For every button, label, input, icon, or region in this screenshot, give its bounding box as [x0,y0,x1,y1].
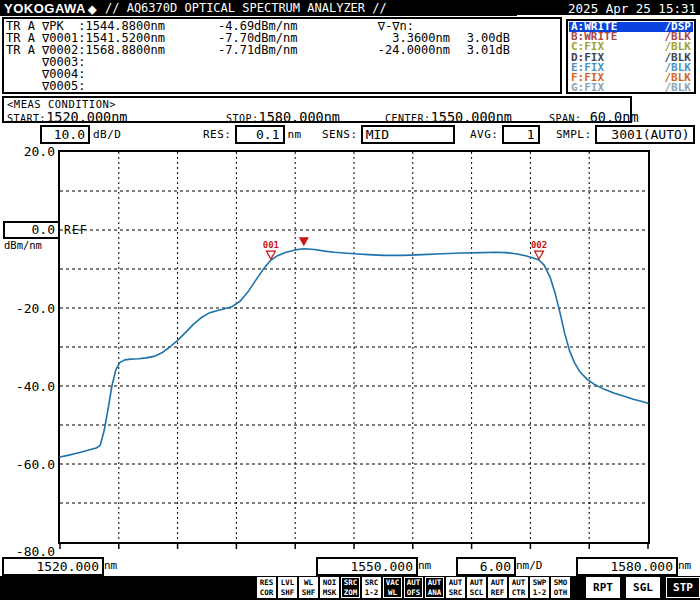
soft-key-label: LVL [281,578,295,587]
trace-status-row-G[interactable]: G:FIX/BLK [569,83,693,93]
soft-key-label: CTR [512,588,526,597]
meas-condition-fields: START:1520.000nm STOP:1580.000nm CENTER:… [4,109,630,123]
x-center-field[interactable]: 1550.000 [316,557,418,576]
soft-key-label: RES [260,578,274,587]
sens-field[interactable]: MID [361,125,455,144]
soft-key-label: SMO [554,578,568,587]
soft-key-aut-ofs[interactable]: AUTOFS [404,577,423,598]
ref-line-label: REF [64,223,88,237]
soft-key-label: OTH [554,588,568,597]
soft-key-label: SWP [533,578,547,587]
soft-key-label: MSK [323,588,337,597]
header-underline [517,15,700,16]
ref-level-field[interactable]: 0.0 [3,221,60,239]
marker-readout-cell [336,68,450,80]
trace-status-panel: A:WRITE/DSPB:WRITE/BLKC:FIX/BLKD:FIX/BLK… [566,19,696,94]
soft-key-wl-shf[interactable]: WLSHF [299,577,318,598]
marker-readout-row: ∇0003: [6,56,558,68]
soft-key-aut-src[interactable]: AUTSRC [446,577,465,598]
soft-key-label: 1-2 [533,588,547,597]
average-group: AVG:1 [470,125,540,144]
soft-key-label: AUT [407,578,421,587]
y-tick-20: 20.0 [0,144,55,159]
sens-label: SENS: [322,128,358,141]
soft-key-label: SHF [302,588,316,597]
x-per-div-field[interactable]: 6.00 [456,557,516,576]
soft-key-label: OFS [407,588,421,597]
y-axis-unit: dBm/nm [4,239,42,251]
marker-readout-cell [336,80,450,92]
res-field[interactable]: 0.1 [235,125,285,144]
marker-readout-cell: ∇0005: [6,80,218,92]
line-marker-label: 002 [531,240,547,250]
line-marker-label: 001 [263,240,279,250]
soft-key-label: ZOM [344,588,358,597]
y-tick-minus60: -60.0 [0,457,55,472]
marker-readout-row: ∇0005: [6,80,558,92]
marker-readout-cell [218,56,336,68]
meas-condition-title: <MEAS CONDITION> [4,98,630,109]
soft-key-swp-1-2[interactable]: SWP1-2 [530,577,549,598]
marker-readout-cell: 3.01dB [450,44,510,56]
soft-key-aut-ana[interactable]: AUTANA [425,577,444,598]
x-center-unit: nm [418,559,431,572]
diamond-icon: ◆ [88,3,97,15]
marker-readout-cell [450,56,510,68]
run-key-sgl[interactable]: SGL [626,577,660,598]
run-key-stp[interactable]: STP [666,577,700,598]
x-start-field[interactable]: 1520.000 [2,557,104,576]
level-scale-group: 10.0dB/D [40,125,122,144]
soft-key-noi-msk[interactable]: NOIMSK [320,577,339,598]
marker-002: 002 [531,240,547,259]
soft-key-label: AUT [449,578,463,587]
level-scale-field[interactable]: 10.0 [40,125,90,144]
soft-key-aut-ctr[interactable]: AUTCTR [509,577,528,598]
soft-key-label: NOI [323,578,337,587]
soft-key-src-1-2[interactable]: SRC1-2 [362,577,381,598]
soft-key-aut-ref[interactable]: AUTREF [488,577,507,598]
soft-key-label: WL [388,588,397,597]
soft-key-smo-oth[interactable]: SMOOTH [551,577,570,598]
soft-key-vac-wl[interactable]: VACWL [383,577,402,598]
avg-field[interactable]: 1 [502,125,540,144]
soft-key-label: REF [491,588,505,597]
app-title: // AQ6370D OPTICAL SPECTRUM ANALYZER // [105,1,387,15]
marker-readout-row: TR A ∇0002:1568.8800nm-7.71dBm/nm-24.000… [6,44,558,56]
marker-readout-cell [218,80,336,92]
y-tick-minus40: -40.0 [0,379,55,394]
sampling-group: SMPL:3001(AUTO) [556,125,695,144]
soft-key-res-cor[interactable]: RESCOR [257,577,276,598]
soft-key-src-zom[interactable]: SRCZOM [341,577,360,598]
soft-key-label: 1-2 [365,588,379,597]
marker-readout-cell: -24.0000nm [336,44,450,56]
soft-key-label: SRC [365,578,379,587]
soft-key-label: AUT [470,578,484,587]
peak-marker-icon [299,237,309,246]
marker-readout-cell [218,68,336,80]
osa-screen: YOKOGAWA◆ // AQ6370D OPTICAL SPECTRUM AN… [0,0,700,600]
y-tick-minus20: -20.0 [0,301,55,316]
smpl-field[interactable]: 3001(AUTO) [595,125,695,144]
soft-key-label: AUT [491,578,505,587]
title-bar: YOKOGAWA◆ // AQ6370D OPTICAL SPECTRUM AN… [0,0,700,16]
meas-stop: STOP:1580.000nm [226,109,340,125]
soft-key-lvl-shf[interactable]: LVLSHF [278,577,297,598]
soft-key-toolbar: RESCORLVLSHFWLSHFNOIMSKSRCZOMSRC1-2VACWL… [0,576,700,600]
trace-name: G:FIX [571,83,604,93]
settings-row: 10.0dB/D RES:0.1nm SENS:MID AVG:1 SMPL:3… [0,125,700,149]
avg-label: AVG: [470,128,499,141]
meas-condition-panel: <MEAS CONDITION> START:1520.000nm STOP:1… [2,96,632,123]
soft-key-label: SRC [449,588,463,597]
spectrum-chart: 001002 [58,150,650,544]
run-key-rpt[interactable]: RPT [586,577,620,598]
soft-key-label: ANA [428,588,442,597]
soft-key-aut-scl[interactable]: AUTSCL [467,577,486,598]
x-per-div-unit: nm/D [516,559,543,572]
soft-key-label: SRC [344,578,358,587]
x-start-unit: nm [104,559,117,572]
marker-PK [299,237,309,246]
x-stop-field[interactable]: 1580.000 [576,557,678,576]
resolution-group: RES:0.1nm [203,125,302,144]
marker-readout-row: ∇0004: [6,68,558,80]
marker-readout-cell [450,68,510,80]
